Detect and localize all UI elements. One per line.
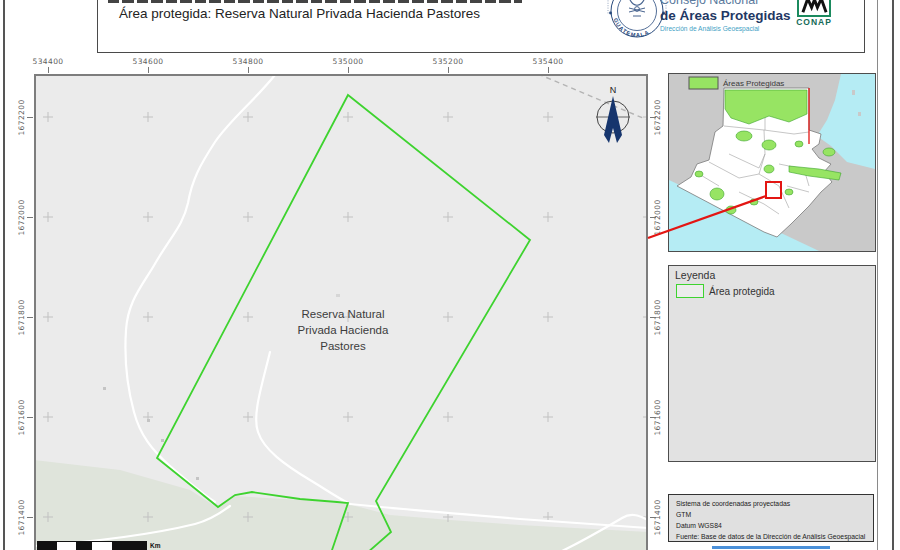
info-line: Fuente: Base de datos de la Dirección de… — [676, 532, 866, 543]
header-title: Área protegida: Reserva Natural Privada … — [119, 6, 539, 21]
conap-logo-box — [797, 0, 831, 17]
map-frame — [34, 74, 648, 550]
x-axis-tick-label: 534600 — [118, 57, 178, 66]
org-line2: de Áreas Protegidas — [660, 8, 810, 23]
header-title-line1-cropped — [108, 0, 522, 3]
overview-legend-swatch — [689, 77, 718, 89]
x-axis-tick-label: 534400 — [18, 57, 78, 66]
info-line: GTM — [676, 510, 866, 521]
legend-title: Leyenda — [675, 269, 715, 281]
y-axis-tick-label: 1672000 — [17, 188, 26, 248]
conap-animal-icon — [800, 0, 829, 14]
coordinate-info-box: Sistema de coordenadas proyectadas GTM D… — [668, 494, 874, 542]
scale-bar-unit: Km — [150, 542, 160, 549]
overview-map-box: Áreas Protegidas — [668, 73, 876, 252]
page-border-right — [892, 0, 894, 550]
overview-map: Áreas Protegidas — [669, 74, 875, 251]
page-border-left — [3, 0, 5, 550]
x-axis-tick-label: 535000 — [318, 57, 378, 66]
x-axis-tick-label: 534800 — [218, 57, 278, 66]
overview-legend-label: Áreas Protegidas — [723, 79, 784, 88]
legend-entry-label: Área protegida — [709, 286, 775, 297]
footer-blue-rule — [712, 546, 830, 549]
conap-label: CONAP — [793, 17, 835, 27]
x-axis-tick-label: 535200 — [418, 57, 478, 66]
scale-bar — [37, 541, 147, 550]
y-axis-tick-label: 1672200 — [17, 88, 26, 148]
sheet-edge-right — [877, 0, 878, 550]
y-axis-tick-label: 1671400 — [17, 488, 26, 548]
org-line3: Dirección de Análisis Geoespacial — [660, 25, 810, 32]
x-axis-tick-label: 535400 — [518, 57, 578, 66]
info-line: Datum WGS84 — [676, 521, 866, 532]
seal-dot-left — [609, 12, 612, 15]
y-axis-tick-label: 1671800 — [17, 288, 26, 348]
map-layout-page: Área protegida: Reserva Natural Privada … — [0, 0, 900, 550]
legend-box: Leyenda Área protegida — [668, 265, 876, 462]
legend-swatch — [676, 284, 704, 298]
info-line: Sistema de coordenadas proyectadas — [676, 499, 866, 510]
conap-org-block: Consejo Nacional de Áreas Protegidas Dir… — [660, 0, 810, 32]
y-axis-tick-label: 1671600 — [17, 388, 26, 448]
org-line1-cropped: Consejo Nacional — [660, 0, 810, 7]
